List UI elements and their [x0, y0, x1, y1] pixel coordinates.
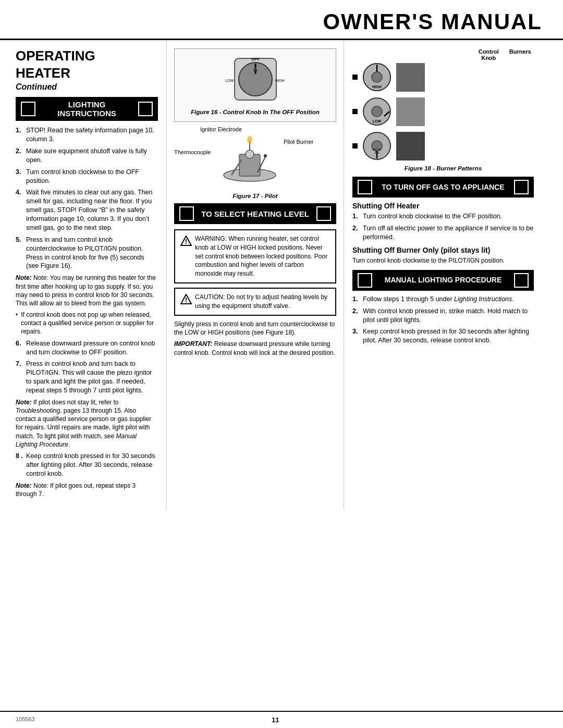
step-8: 8 . Keep control knob pressed in for 30 … [16, 452, 158, 478]
manual-step-3: 3. Keep control knob pressed in for 30 s… [352, 327, 534, 345]
svg-text:HIGH: HIGH [372, 85, 382, 89]
control-label-row: Control Knob Burners [352, 48, 534, 61]
svg-text:IGN: IGN [375, 151, 380, 154]
burner-pattern-1 [396, 63, 425, 92]
caution-box: ! CAUTION: Do not try to adjust heating … [174, 288, 336, 316]
to-select-header-text: TO SELECT HEATING LEVEL [198, 209, 312, 218]
thermocouple-label: Thermocouple [174, 149, 216, 155]
manual-lighting-header-text: MANUAL LIGHTING PROCEDURE [375, 276, 511, 285]
section-subtitle: Continued [16, 82, 158, 92]
shutoff-step-2: 2. Turn off all electric power to the ap… [352, 224, 534, 242]
page-title: OWNER'S MANUAL [21, 9, 542, 34]
turn-off-sq-right [514, 180, 529, 194]
ignitor-label: Ignitor Electrode [200, 126, 242, 132]
bullet-1: If control knob does not pop up when rel… [16, 311, 158, 336]
pilot-burner-label: Pilot Burner [284, 139, 313, 145]
svg-point-9 [246, 150, 254, 158]
manual-sq-left [358, 273, 372, 288]
select-black-sq-right [316, 206, 331, 221]
step-4: 4. Wait five minutes to clear out any ga… [16, 188, 158, 232]
note-3: Note: Note: If pilot goes out, repeat st… [16, 482, 158, 498]
fig18-caption: Figure 18 - Burner Patterns [352, 165, 534, 171]
manual-lighting-header: MANUAL LIGHTING PROCEDURE [352, 270, 534, 291]
left-column: OPERATING HEATER Continued LIGHTING INST… [0, 40, 167, 510]
step-5: 5. Press in and turn control knob counte… [16, 236, 158, 271]
burner-pattern-3 [396, 132, 425, 161]
section-title-line1: OPERATING [16, 48, 158, 64]
step-8-list: 8 . Keep control knob pressed in for 30 … [16, 452, 158, 478]
page-footer: 105563 11 [0, 711, 563, 728]
note-1: Note: Note: You may be running this heat… [16, 274, 158, 307]
burners-label: Burners [509, 48, 531, 61]
svg-text:OFF: OFF [251, 57, 260, 61]
fig17-container: Ignitor Electrode Thermocouple [174, 126, 336, 199]
step-7: 7. Press in control knob and turn back t… [16, 360, 158, 395]
step-1: 1. STOP! Read the safety information pag… [16, 126, 158, 144]
svg-point-14 [247, 136, 252, 143]
page-header: OWNER'S MANUAL [0, 0, 563, 40]
burner-row-3: PILOT IGN [352, 131, 534, 161]
caution-triangle-icon: ! [180, 294, 192, 307]
warning-text: WARNING: When running heater, set contro… [195, 235, 330, 278]
fig17-caption: Figure 17 - Pilot [174, 193, 336, 199]
important-text: IMPORTANT: Release downward pressure whi… [174, 340, 336, 357]
shutting-off-heater-title: Shutting Off Heater [352, 202, 534, 210]
burner-pattern-2 [396, 97, 425, 126]
step-2: 2. Make sure equipment shutoff valve is … [16, 147, 158, 165]
to-turn-off-header: TO TURN OFF GAS TO APPLIANCE [352, 177, 534, 198]
black-square-left [21, 102, 35, 116]
shutting-off-burner-text: Turn control knob clockwise to the PILOT… [352, 256, 534, 265]
bullet-indicator-2 [352, 109, 358, 114]
svg-text:HIGH: HIGH [275, 79, 285, 82]
right-column: Control Knob Burners HIGH [344, 40, 542, 510]
knob-svg-3: PILOT IGN [362, 131, 392, 161]
manual-lighting-steps: 1. Follow steps 1 through 5 under Lighti… [352, 295, 534, 345]
fig16-container: OFF HIGH LOW Figure 16 - Control Knob In… [174, 48, 336, 122]
bullet-indicator-3 [352, 143, 358, 149]
lighting-steps-list: 1. STOP! Read the safety information pag… [16, 126, 158, 270]
warning-triangle-icon: ! [180, 236, 192, 249]
manual-step-1: 1. Follow steps 1 through 5 under Lighti… [352, 295, 534, 304]
note-2: Note: If pilot does not stay lit, refer … [16, 398, 158, 449]
main-content: OPERATING HEATER Continued LIGHTING INST… [0, 40, 563, 510]
svg-point-25 [372, 106, 382, 117]
svg-text:!: ! [185, 297, 187, 304]
body-text-1: Slightly press in control knob and turn … [174, 320, 336, 337]
svg-point-21 [372, 72, 382, 82]
black-square-right [138, 102, 153, 116]
svg-text:!: ! [185, 238, 187, 245]
manual-sq-right [514, 273, 529, 288]
burner-row-1: HIGH [352, 62, 534, 92]
section-title-line2: HEATER [16, 66, 158, 81]
fig16-caption: Figure 16 - Control Knob In The OFF Posi… [179, 109, 332, 115]
svg-point-12 [264, 154, 267, 157]
warning-box: ! WARNING: When running heater, set cont… [174, 229, 336, 283]
manual-step-2: 2. With control knob pressed in, strike … [352, 307, 534, 325]
lighting-steps-list-2: 6. Release downward pressure on control … [16, 339, 158, 395]
shutting-off-burner-title: Shutting Off Burner Only (pilot stays li… [352, 246, 534, 254]
to-select-heating-header: TO SELECT HEATING LEVEL [174, 203, 336, 224]
knob-svg-1: HIGH [362, 62, 392, 92]
fig16-svg: OFF HIGH LOW [203, 53, 308, 105]
shutoff-step-1: 1. Turn control knob clockwise to the OF… [352, 212, 534, 221]
svg-text:LOW: LOW [373, 119, 382, 123]
footer-page-number: 11 [272, 716, 279, 724]
lighting-header-text: LIGHTING INSTRUCTIONS [40, 100, 134, 118]
footer-spacer [516, 716, 547, 724]
center-column: OFF HIGH LOW Figure 16 - Control Knob In… [167, 40, 344, 510]
step-3: 3. Turn control knob clockwise to the OF… [16, 168, 158, 186]
lighting-instructions-header: LIGHTING INSTRUCTIONS [16, 97, 158, 121]
burner-patterns-container: HIGH LOW [352, 62, 534, 161]
caution-text: CAUTION: Do not try to adjust heating le… [195, 293, 330, 311]
burner-row-2: LOW [352, 96, 534, 127]
knob-svg-2: LOW [362, 96, 392, 127]
control-knob-label: Control Knob [479, 48, 499, 61]
fig17-svg [216, 133, 284, 191]
to-turn-off-header-text: TO TURN OFF GAS TO APPLIANCE [375, 183, 511, 192]
step-6: 6. Release downward pressure on control … [16, 339, 158, 357]
bullet-indicator-1 [352, 75, 358, 80]
select-black-sq-left [179, 206, 194, 221]
svg-text:LOW: LOW [225, 79, 234, 82]
turn-off-sq-left [358, 180, 372, 194]
footer-part-number: 105563 [16, 716, 35, 724]
